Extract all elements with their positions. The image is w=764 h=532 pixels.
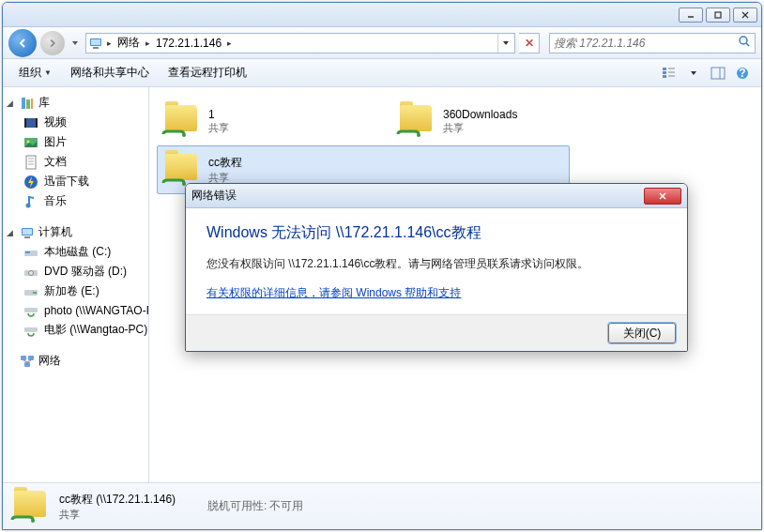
sidebar-library-head[interactable]: ◢库 (3, 93, 148, 113)
stop-button[interactable]: ✕ (519, 33, 540, 53)
svg-point-32 (26, 203, 31, 207)
collapse-icon: ◢ (7, 228, 16, 237)
toolbar: 组织▼ 网络和共享中心 查看远程打印机 ? (3, 59, 761, 87)
folder-name: cc教程 (208, 155, 242, 171)
nav-history-dropdown[interactable] (69, 34, 82, 53)
remote-print-label: 查看远程打印机 (168, 65, 247, 81)
sidebar-item-label: 迅雷下载 (44, 174, 89, 190)
svg-rect-20 (26, 99, 30, 109)
search-box[interactable] (549, 33, 756, 53)
dialog-help-link[interactable]: 有关权限的详细信息，请参阅 Windows 帮助和支持 (206, 286, 461, 299)
organize-label: 组织 (19, 65, 41, 81)
address-dropdown[interactable] (497, 34, 512, 53)
breadcrumb-arrow[interactable]: ▸ (105, 38, 114, 48)
svg-point-49 (182, 133, 186, 137)
sidebar-network-head[interactable]: ◢网络 (3, 351, 148, 371)
network-icon (20, 354, 35, 369)
folder-item[interactable]: 360Downloads共享 (391, 97, 626, 145)
titlebar (3, 3, 761, 27)
details-pane: cc教程 (\\172.21.1.146) 共享 脱机可用性: 不可用 (3, 482, 761, 529)
svg-rect-23 (24, 118, 26, 128)
back-button[interactable] (8, 29, 37, 57)
sidebar-item-documents[interactable]: 文档 (3, 152, 148, 172)
sidebar-item-label: 本地磁盘 (C:) (44, 244, 111, 260)
collapse-icon: ◢ (7, 99, 16, 108)
forward-button[interactable] (40, 31, 65, 55)
share-folder-icon (161, 101, 201, 141)
prop-value: 不可用 (269, 499, 303, 512)
preview-pane-button[interactable] (707, 63, 729, 84)
sidebar-computer-label: 计算机 (38, 224, 72, 240)
svg-rect-27 (26, 156, 36, 169)
folder-item[interactable]: 1共享 (157, 97, 391, 145)
svg-rect-42 (24, 308, 38, 312)
svg-rect-9 (663, 68, 666, 70)
dialog-footer: 关闭(C) (186, 314, 687, 351)
sidebar-item-drive-e[interactable]: 新加卷 (E:) (3, 281, 148, 301)
sidebar-item-drive-c[interactable]: 本地磁盘 (C:) (3, 242, 148, 262)
search-icon (738, 35, 751, 51)
view-dropdown[interactable] (682, 63, 705, 84)
maximize-button[interactable] (706, 8, 730, 23)
sidebar-item-pictures[interactable]: 图片 (3, 132, 148, 152)
breadcrumb-host[interactable]: 172.21.1.146 (152, 34, 225, 53)
svg-rect-46 (24, 362, 30, 367)
sidebar-item-label: photo (\\WANGTAO-PC) (44, 304, 148, 317)
sidebar-computer-head[interactable]: ◢计算机 (3, 222, 148, 242)
dialog-titlebar[interactable]: 网络错误 (186, 184, 687, 208)
folder-sub: 共享 (208, 121, 229, 135)
sidebar-item-thunder[interactable]: 迅雷下载 (3, 172, 148, 191)
sidebar-item-label: DVD 驱动器 (D:) (44, 264, 127, 280)
sidebar-item-label: 音乐 (44, 193, 67, 209)
sidebar-item-video[interactable]: 视频 (3, 113, 148, 132)
svg-rect-1 (715, 12, 721, 18)
breadcrumb-network[interactable]: 网络 (114, 34, 144, 53)
svg-rect-5 (91, 39, 100, 45)
svg-point-52 (31, 519, 35, 523)
prop-label: 脱机可用性: (207, 499, 267, 512)
dialog-heading: Windows 无法访问 \\172.21.1.146\cc教程 (206, 223, 666, 243)
breadcrumb-arrow[interactable]: ▸ (144, 38, 152, 48)
dialog-close-btn[interactable]: 关闭(C) (608, 323, 676, 343)
drive-icon (23, 245, 38, 260)
pictures-icon (23, 135, 38, 150)
address-bar[interactable]: ▸ 网络 ▸ 172.21.1.146 ▸ (85, 33, 515, 53)
sidebar: ◢库 视频 图片 文档 迅雷下载 音乐 ◢计算机 本地磁盘 (C:) DVD 驱… (3, 87, 149, 482)
svg-rect-19 (22, 98, 25, 109)
details-sub: 共享 (59, 508, 176, 522)
computer-icon (20, 225, 35, 240)
dialog-close-button[interactable] (644, 188, 681, 205)
network-drive-icon (23, 323, 38, 338)
explorer-window: ▸ 网络 ▸ 172.21.1.146 ▸ ✕ 组织▼ 网络和共享中心 查看远程… (2, 2, 762, 530)
svg-rect-35 (24, 236, 30, 238)
music-icon (23, 194, 38, 209)
svg-text:?: ? (739, 67, 745, 80)
svg-line-8 (746, 43, 749, 46)
error-dialog: 网络错误 Windows 无法访问 \\172.21.1.146\cc教程 您没… (185, 183, 688, 352)
search-input[interactable] (554, 37, 738, 50)
documents-icon (23, 155, 38, 170)
sidebar-item-net-photo[interactable]: photo (\\WANGTAO-PC) (3, 301, 148, 320)
breadcrumb-arrow[interactable]: ▸ (225, 38, 234, 48)
organize-menu[interactable]: 组织▼ (10, 61, 60, 84)
view-mode-button[interactable] (658, 63, 680, 84)
help-button[interactable]: ? (731, 63, 754, 84)
network-sharing-center[interactable]: 网络和共享中心 (62, 61, 158, 84)
details-name: cc教程 (\\172.21.1.146) (59, 492, 176, 508)
sidebar-item-music[interactable]: 音乐 (3, 191, 148, 211)
sidebar-item-label: 新加卷 (E:) (44, 283, 99, 299)
close-button[interactable] (733, 8, 757, 23)
sidebar-item-dvd[interactable]: DVD 驱动器 (D:) (3, 262, 148, 281)
dialog-body: Windows 无法访问 \\172.21.1.146\cc教程 您没有权限访问… (186, 208, 687, 314)
minimize-button[interactable] (679, 8, 703, 23)
svg-rect-37 (25, 251, 30, 253)
sidebar-item-label: 视频 (44, 114, 67, 130)
share-folder-icon (396, 101, 435, 141)
svg-rect-15 (711, 68, 725, 79)
svg-point-7 (740, 37, 747, 44)
nsc-label: 网络和共享中心 (70, 65, 149, 81)
folder-name: 360Downloads (443, 108, 517, 121)
view-remote-printers[interactable]: 查看远程打印机 (160, 61, 255, 84)
folder-sub: 共享 (443, 121, 517, 135)
sidebar-item-net-movie[interactable]: 电影 (\\Wangtao-PC) (3, 320, 148, 340)
